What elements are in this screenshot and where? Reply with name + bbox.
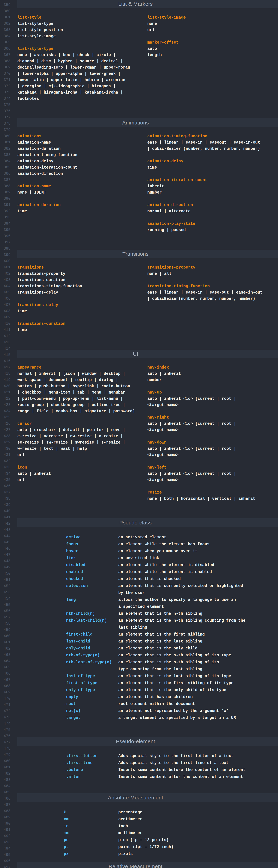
line-number: 408 xyxy=(4,309,10,314)
definition-term: % xyxy=(64,810,66,815)
section-header-pseudo-element: Pseudo-element xyxy=(18,737,254,746)
property-values: | cubic-Bezier (number, number, number, … xyxy=(147,146,260,151)
line-number: 431 xyxy=(4,453,10,458)
line-number: 474 xyxy=(4,721,10,726)
definition-description: an element that is the n-th sibling coun… xyxy=(118,618,246,623)
line-number: 473 xyxy=(4,715,10,720)
definition-term: :first-of-type xyxy=(64,681,97,686)
property-values: work-space | document | tooltip | dialog… xyxy=(18,378,118,382)
line-number: 468 xyxy=(4,684,10,689)
line-number: 405 xyxy=(4,290,10,295)
definition-description: allows the author to specify a language … xyxy=(118,597,236,602)
definition-description: an element while the element is enabled xyxy=(118,569,212,575)
line-number: 441 xyxy=(4,515,10,520)
section-header-animations: Animations xyxy=(18,118,254,127)
line-number: 391 xyxy=(4,203,10,208)
definition-description: inch xyxy=(118,824,128,829)
line-number: 401 xyxy=(4,265,10,270)
line-number: 385 xyxy=(4,165,10,170)
line-number: 476 xyxy=(4,734,10,739)
line-number: 426 xyxy=(4,421,10,426)
definition-description: an element that is the only child of its… xyxy=(118,688,226,692)
definition-term: in xyxy=(64,824,68,829)
property-values: none | both | horizontal | vertical | in… xyxy=(147,496,255,501)
line-number: 370 xyxy=(4,71,10,76)
property-values: list-style-image xyxy=(18,34,56,39)
property-values: auto xyxy=(147,46,157,51)
line-number: 379 xyxy=(4,128,10,132)
property-values: auto | inherit xyxy=(18,471,51,476)
definition-term: :last-of-type xyxy=(64,674,95,679)
line-number: 412 xyxy=(4,334,10,339)
property-values: se-resize | sw-resize | swresize | s-res… xyxy=(18,440,125,445)
line-number: 360 xyxy=(4,9,10,14)
line-number: 389 xyxy=(4,190,10,195)
line-number: 438 xyxy=(4,496,10,501)
line-number: 400 xyxy=(4,259,10,264)
property-values: transitions-timing-function xyxy=(18,284,82,289)
property-values: auto | inherit <id> [current | root | xyxy=(147,396,236,401)
code-editor[interactable]: 3583593603613623633643653663673683693703… xyxy=(0,0,278,868)
line-number: 455 xyxy=(4,602,10,608)
definition-description: an element when you mouse over it xyxy=(118,549,197,554)
definition-description: a specified element xyxy=(118,604,164,609)
line-number: 364 xyxy=(4,34,10,39)
line-number: 382 xyxy=(4,146,10,151)
line-number: 491 xyxy=(4,828,10,832)
property-values: url xyxy=(18,453,25,458)
property-values: animation-delay xyxy=(18,159,53,164)
line-number: 388 xyxy=(4,184,10,189)
property-values: footnotes xyxy=(18,96,39,101)
line-number: 377 xyxy=(4,115,10,120)
line-number: 427 xyxy=(4,428,10,432)
line-number: 393 xyxy=(4,215,10,220)
line-number: 380 xyxy=(4,134,10,139)
property-values: radio-group | checkbox-group | outline-t… xyxy=(18,403,125,407)
definition-description: an element that is currently selected or… xyxy=(118,584,243,588)
line-number: 446 xyxy=(4,546,10,551)
line-number: 419 xyxy=(4,378,10,382)
line-number: 433 xyxy=(4,465,10,470)
property-values: <target-name> xyxy=(147,477,178,483)
line-number: 447 xyxy=(4,553,10,557)
definition-description: an activated element xyxy=(118,535,166,540)
property-values: | cubicBezier(number, number, number, nu… xyxy=(147,296,255,301)
property-values: time xyxy=(18,209,27,214)
line-number: 435 xyxy=(4,477,10,483)
line-number: 453 xyxy=(4,590,10,595)
definition-term: :target xyxy=(64,715,81,720)
property-values: time xyxy=(147,165,157,170)
line-number: 465 xyxy=(4,665,10,670)
line-number: 421 xyxy=(4,390,10,395)
property-values: none xyxy=(147,21,157,26)
definition-term: cm xyxy=(64,817,68,822)
line-number: 406 xyxy=(4,296,10,301)
definition-term: mm xyxy=(64,831,68,836)
line-number: 484 xyxy=(4,784,10,789)
definition-term: pt xyxy=(64,844,68,849)
line-number: 495 xyxy=(4,852,10,858)
line-number: 443 xyxy=(4,528,10,532)
line-number: 462 xyxy=(4,646,10,651)
definition-term: :last-child xyxy=(64,639,90,644)
line-number: 487 xyxy=(4,803,10,807)
property-values: url xyxy=(147,28,155,32)
definition-description: last sibling xyxy=(118,625,147,630)
line-number: 425 xyxy=(4,415,10,420)
line-number: 369 xyxy=(4,65,10,70)
property-values: auto | crosshair | default | pointer | m… xyxy=(18,428,125,432)
line-number: 409 xyxy=(4,315,10,320)
line-number: 467 xyxy=(4,678,10,682)
line-number: 378 xyxy=(4,121,10,126)
line-number: 485 xyxy=(4,790,10,795)
line-number: 395 xyxy=(4,227,10,232)
definition-description: an element while the element has focus xyxy=(118,542,210,547)
property-values: auto | inherit <id> [current | root | xyxy=(147,446,236,451)
line-number: 477 xyxy=(4,740,10,745)
line-number: 362 xyxy=(4,21,10,26)
line-number: 373 xyxy=(4,90,10,95)
line-number: 384 xyxy=(4,159,10,164)
property-name: cursor xyxy=(18,421,32,426)
line-number: 415 xyxy=(4,352,10,358)
line-number: 475 xyxy=(4,727,10,733)
